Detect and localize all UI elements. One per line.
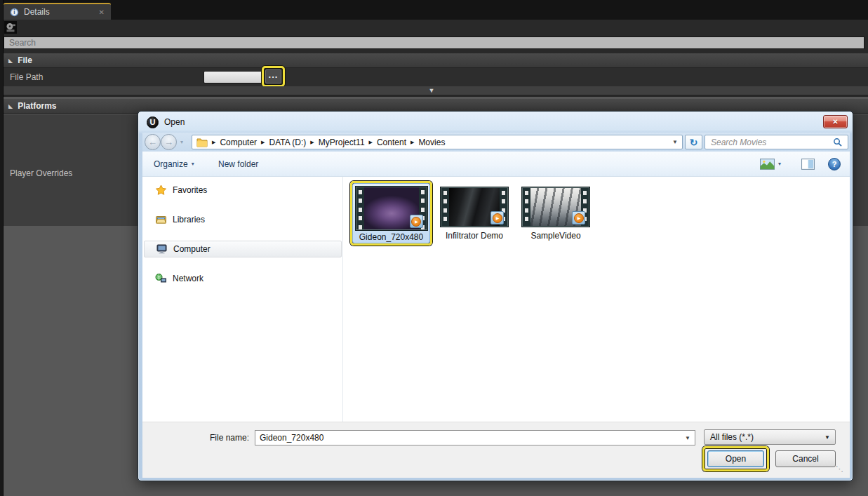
play-icon: ▶ <box>411 217 421 227</box>
file-item-infiltrator[interactable]: ▶ Infiltrator Demo <box>439 187 509 241</box>
film-sprockets <box>356 187 364 229</box>
sidebar-label: Network <box>173 274 203 283</box>
media-asset-icon <box>4 21 17 34</box>
film-sprockets <box>441 188 449 226</box>
command-toolbar: Organize ▾ New folder ▾ <box>142 152 850 177</box>
forward-button[interactable]: → <box>161 134 177 150</box>
navigation-bar: ← → ▾ ▶ Computer ▶ DATA (D:) ▶ MyProject… <box>142 133 850 152</box>
views-button[interactable]: ▾ <box>760 152 781 176</box>
file-name-input[interactable]: Gideon_720x480 ▼ <box>255 430 695 445</box>
film-sprockets <box>523 188 530 226</box>
file-name-label: Infiltrator Demo <box>446 231 503 241</box>
tutorial-highlight-browse: ... <box>262 66 285 87</box>
breadcrumb-arrow-icon: ▶ <box>257 140 269 145</box>
close-icon: ✕ <box>832 118 838 126</box>
cancel-button-label: Cancel <box>792 454 818 464</box>
video-thumbnail: ▶ <box>522 187 589 227</box>
refresh-button[interactable]: ↻ <box>685 135 702 149</box>
play-icon: ▶ <box>493 213 502 223</box>
browse-ellipsis-button[interactable]: ... <box>265 69 281 83</box>
breadcrumb-item-drive[interactable]: DATA (D:) <box>269 138 306 147</box>
sidebar-item-computer[interactable]: Computer <box>144 241 342 257</box>
breadcrumb[interactable]: ▶ Computer ▶ DATA (D:) ▶ MyProject11 ▶ C… <box>192 135 683 149</box>
file-name-field-label: File name: <box>204 433 249 443</box>
close-icon[interactable]: ✕ <box>99 8 105 16</box>
tutorial-highlight-file: ▶ Gideon_720x480 <box>350 181 432 246</box>
computer-icon <box>156 243 168 255</box>
sidebar-item-favorites[interactable]: Favorites <box>144 182 342 199</box>
advanced-expander[interactable]: ▼ <box>0 86 868 97</box>
network-icon <box>155 273 167 284</box>
section-header-file[interactable]: ◣ File <box>0 53 868 68</box>
sidebar-item-libraries[interactable]: Libraries <box>144 211 342 228</box>
search-placeholder: Search Movies <box>711 138 766 147</box>
dialog-title-bar[interactable]: U Open <box>138 112 853 133</box>
sidebar-label: Favorites <box>173 185 207 195</box>
views-icon <box>760 159 775 170</box>
preview-pane-icon <box>801 159 815 170</box>
breadcrumb-arrow-icon: ▶ <box>365 140 377 145</box>
chevron-down-icon[interactable]: ▼ <box>685 435 695 441</box>
search-icon <box>833 138 842 147</box>
open-button-label: Open <box>726 454 746 464</box>
organize-button[interactable]: Organize ▾ <box>154 152 194 176</box>
section-file-title: File <box>18 55 32 65</box>
file-item-samplevideo[interactable]: ▶ SampleVideo <box>521 187 591 241</box>
chevron-down-icon: ▾ <box>192 161 194 167</box>
file-path-input[interactable] <box>203 71 265 83</box>
breadcrumb-item-movies[interactable]: Movies <box>418 138 445 147</box>
file-type-select[interactable]: All files (*.*) ▼ <box>704 429 836 445</box>
tab-details-label: Details <box>24 7 50 17</box>
details-search-input[interactable]: Search <box>4 36 864 49</box>
chevron-down-icon: ▼ <box>824 434 835 441</box>
tab-details[interactable]: i Details ✕ <box>4 3 111 20</box>
recent-pages-dropdown[interactable]: ▾ <box>180 139 183 145</box>
sidebar-label: Computer <box>173 244 211 254</box>
screenshot-root: i Details ✕ Search ◣ File File Path ... … <box>0 0 868 496</box>
dialog-footer: File name: Gideon_720x480 ▼ All files (*… <box>142 422 850 478</box>
close-window-button[interactable]: ✕ <box>823 115 848 128</box>
details-search-placeholder: Search <box>9 38 36 48</box>
breadcrumb-item-content[interactable]: Content <box>377 138 406 147</box>
folder-icon <box>196 138 208 147</box>
new-folder-label: New folder <box>218 159 258 169</box>
resize-grip[interactable]: ⋱ <box>836 464 843 474</box>
play-icon: ▶ <box>574 213 584 223</box>
player-overrides-label: Player Overrides <box>10 168 72 178</box>
help-button[interactable]: ? <box>828 152 841 176</box>
breadcrumb-item-computer[interactable]: Computer <box>220 138 257 147</box>
back-button[interactable]: ← <box>145 134 161 150</box>
open-dialog: U Open ✕ ← → ▾ ▶ Computer ▶ DATA <box>138 111 853 481</box>
refresh-icon: ↻ <box>690 137 698 148</box>
video-thumbnail: ▶ <box>356 187 427 230</box>
file-path-row: File Path <box>0 68 868 86</box>
browse-ellipsis-label: ... <box>269 70 279 79</box>
breadcrumb-arrow-icon: ▶ <box>406 140 418 145</box>
new-folder-button[interactable]: New folder <box>218 152 258 176</box>
sidebar-divider <box>342 177 343 422</box>
sidebar-label: Libraries <box>173 215 205 224</box>
file-item-gideon[interactable]: ▶ Gideon_720x480 <box>352 183 430 243</box>
back-icon: ← <box>148 137 157 147</box>
dialog-title: Open <box>164 117 185 127</box>
details-tab-strip <box>0 0 868 20</box>
tutorial-highlight-open: Open <box>702 446 769 471</box>
breadcrumb-arrow-icon: ▶ <box>208 140 220 145</box>
open-button[interactable]: Open <box>707 450 764 467</box>
libraries-icon <box>155 214 167 225</box>
file-browser-content: Favorites Libraries Computer <box>142 177 850 422</box>
collapse-arrow-icon: ◣ <box>8 103 13 109</box>
address-dropdown-icon[interactable]: ▼ <box>672 139 678 145</box>
sidebar-item-network[interactable]: Network <box>144 270 342 287</box>
file-type-value: All files (*.*) <box>710 432 754 442</box>
star-icon <box>155 185 167 196</box>
media-file-badge: ▶ <box>490 211 504 224</box>
collapse-arrow-icon: ◣ <box>8 58 13 64</box>
info-icon: i <box>10 8 19 17</box>
cancel-button[interactable]: Cancel <box>775 450 836 467</box>
preview-pane-button[interactable] <box>801 152 815 176</box>
breadcrumb-arrow-icon: ▶ <box>306 140 318 145</box>
search-box[interactable]: Search Movies <box>705 135 848 149</box>
forward-icon: → <box>164 137 173 147</box>
breadcrumb-item-project[interactable]: MyProject11 <box>319 138 365 147</box>
